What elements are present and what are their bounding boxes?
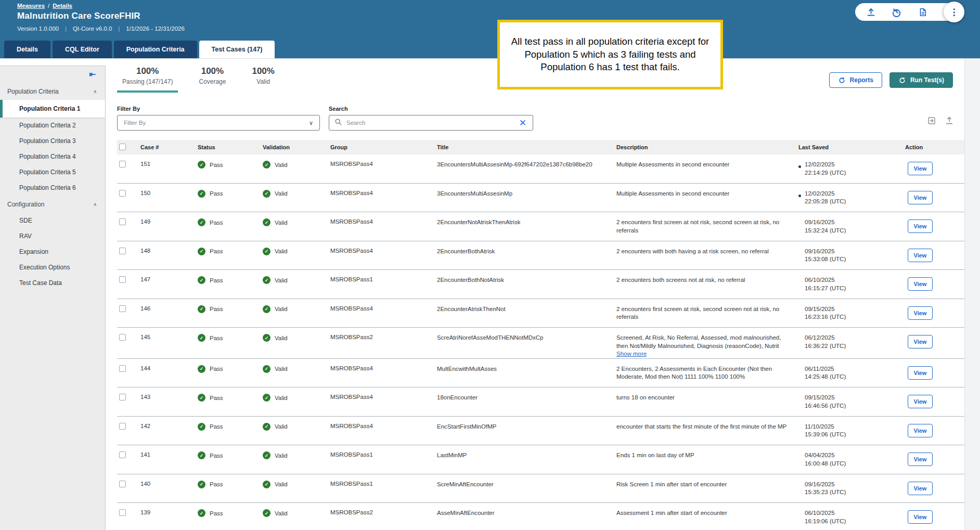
shift-dates-icon[interactable] [927,116,936,127]
sidebar-item-population-criteria-6[interactable]: Population Criteria 6 [0,180,105,196]
header-actions: ⋮ [855,3,958,21]
validation-text: Valid [275,423,288,430]
stat-tab-valid[interactable]: 100%Valid [247,64,279,93]
validation-badge: ✓Valid [263,365,330,373]
description-text: 2 encounters with both having a at risk … [616,248,769,254]
column-header-action: Action [905,144,964,150]
sidebar-item-expansion[interactable]: Expansion [0,244,105,260]
header-action-pill: ⋮ [855,3,958,21]
breadcrumb-measures-link[interactable]: Measures [17,3,45,9]
breadcrumb-details-link[interactable]: Details [53,3,72,9]
row-checkbox[interactable] [119,248,126,254]
row-checkbox[interactable] [119,218,126,225]
column-header-last-saved: Last Saved [798,144,905,150]
view-button[interactable]: View [908,482,933,495]
row-checkbox[interactable] [119,365,126,372]
last-saved-date: 12/02/2025 [805,161,846,169]
action-cell: View [905,161,964,175]
row-checkbox[interactable] [119,276,126,283]
case-number: 141 [140,451,198,458]
last-saved-time: 22:14:29 (UTC) [805,169,846,177]
tab-population-criteria[interactable]: Population Criteria [114,41,197,58]
tab-details[interactable]: Details [4,41,50,58]
reports-button[interactable]: Reports [829,72,882,88]
sidebar-item-test-case-data[interactable]: Test Case Data [0,275,105,291]
column-header-group: Group [330,144,437,150]
view-button[interactable]: View [908,424,933,437]
sidebar-item-execution-options[interactable]: Execution Options [0,260,105,275]
row-checkbox[interactable] [119,509,126,516]
show-more-link[interactable]: Show more [616,351,647,357]
row-checkbox[interactable] [119,394,126,400]
sidebar-item-population-criteria-3[interactable]: Population Criteria 3 [0,133,105,149]
clear-search-icon[interactable]: ✕ [518,119,527,127]
tab-test-cases-147[interactable]: Test Cases (147) [199,41,275,58]
sidebar-item-population-criteria-4[interactable]: Population Criteria 4 [0,149,105,164]
row-checkbox[interactable] [119,423,126,430]
sidebar-section-population-criteria[interactable]: Population Criteria∧ [0,83,105,100]
check-circle-icon: ✓ [198,481,205,488]
refresh-icon [898,76,906,84]
row-checkbox[interactable] [119,161,126,167]
view-button[interactable]: View [908,219,933,233]
test-cases-panel: 100%Passing (147/147)100%Coverage100%Val… [106,59,964,530]
stat-tab-coverage[interactable]: 100%Coverage [194,64,231,93]
stat-tab-passing-147-147[interactable]: 100%Passing (147/147) [117,64,178,93]
view-button[interactable]: View [908,366,933,380]
view-button[interactable]: View [908,335,933,348]
column-header-description: Description [616,144,798,150]
export-test-cases-icon[interactable] [945,116,954,127]
check-circle-icon: ✓ [198,161,205,169]
run-tests-button[interactable]: Run Test(s) [889,72,953,88]
select-all-checkbox[interactable] [119,144,126,150]
group-name: MSROBSPass4 [330,161,437,167]
row-checkbox-cell [117,161,140,169]
sidebar-item-rav[interactable]: RAV [0,228,105,244]
view-button[interactable]: View [908,510,933,524]
status-text: Pass [210,395,223,401]
check-circle-icon: ✓ [263,481,270,488]
sidebar-section-configuration[interactable]: Configuration∧ [0,196,105,213]
test-case-description: Assessment 1 min after start of encounte… [616,509,798,518]
row-checkbox[interactable] [119,334,126,341]
view-button[interactable]: View [908,191,933,204]
kebab-menu-icon[interactable]: ⋮ [944,2,964,22]
row-checkbox[interactable] [119,305,126,312]
row-checkbox[interactable] [119,451,126,458]
sidebar-item-population-criteria-1[interactable]: Population Criteria 1 [0,100,105,118]
table-header-row: Case #StatusValidationGroupTitleDescript… [117,140,964,154]
test-case-description: turns 18 on encounter [616,394,798,402]
view-button[interactable]: View [908,277,933,291]
check-circle-icon: ✓ [263,305,270,313]
tab-cql-editor[interactable]: CQL Editor [53,41,112,58]
test-case-title: ScreMinAftEncounter [437,481,616,489]
collapse-sidebar-icon[interactable]: ⇤ [89,70,96,79]
search-input[interactable] [346,120,514,126]
export-measure-icon[interactable] [866,7,876,17]
row-checkbox[interactable] [119,481,126,487]
view-button[interactable]: View [908,453,933,466]
filter-by-select[interactable]: Filter By ∨ [117,115,320,131]
document-icon[interactable] [918,7,928,17]
view-button[interactable]: View [908,306,933,320]
check-circle-icon: ✓ [263,394,270,402]
description-text: Assessment 1 min after start of encounte… [616,510,727,516]
sidebar-item-population-criteria-2[interactable]: Population Criteria 2 [0,118,105,133]
row-checkbox[interactable] [119,190,126,197]
status-badge: ✓Pass [198,190,263,198]
view-button[interactable]: View [908,395,933,408]
status-badge: ✓Pass [198,365,263,373]
last-saved-time: 22:05:28 (UTC) [805,198,846,206]
validation-text: Valid [275,248,288,254]
status-badge: ✓Pass [198,394,263,402]
validation-text: Valid [275,306,288,312]
sidebar-item-population-criteria-5[interactable]: Population Criteria 5 [0,164,105,180]
status-text: Pass [210,190,223,197]
history-icon[interactable] [892,7,902,17]
last-saved-datetime: 09/16/202515:32:24 (UTC) [805,218,846,235]
sidebar-item-sde[interactable]: SDE [0,213,105,228]
stat-value: 100% [252,66,274,76]
sidebar-section-label: Population Criteria [7,88,59,95]
view-button[interactable]: View [908,249,933,262]
view-button[interactable]: View [908,162,933,175]
